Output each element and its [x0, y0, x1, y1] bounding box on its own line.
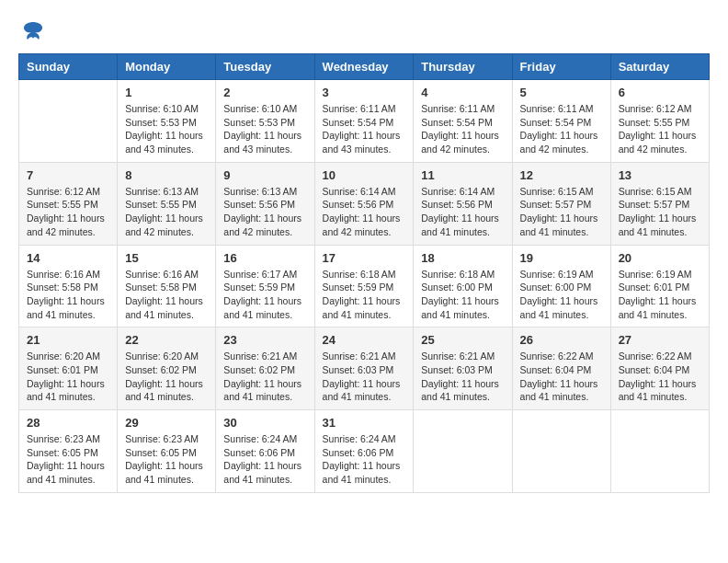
day-number: 19	[520, 251, 603, 265]
day-info: Sunrise: 6:12 AM Sunset: 5:55 PM Dayligh…	[27, 185, 109, 239]
calendar-week-row: 21Sunrise: 6:20 AM Sunset: 6:01 PM Dayli…	[19, 327, 710, 410]
calendar-cell: 19Sunrise: 6:19 AM Sunset: 6:00 PM Dayli…	[512, 245, 610, 327]
day-info: Sunrise: 6:14 AM Sunset: 5:56 PM Dayligh…	[323, 185, 406, 239]
day-info: Sunrise: 6:20 AM Sunset: 6:02 PM Dayligh…	[125, 350, 208, 404]
calendar-header-row: SundayMondayTuesdayWednesdayThursdayFrid…	[19, 54, 710, 80]
day-number: 8	[125, 168, 208, 182]
day-info: Sunrise: 6:21 AM Sunset: 6:03 PM Dayligh…	[421, 350, 504, 404]
day-info: Sunrise: 6:15 AM Sunset: 5:57 PM Dayligh…	[520, 185, 603, 239]
day-info: Sunrise: 6:11 AM Sunset: 5:54 PM Dayligh…	[421, 102, 504, 156]
calendar-cell: 8Sunrise: 6:13 AM Sunset: 5:55 PM Daylig…	[118, 162, 216, 245]
calendar-cell: 31Sunrise: 6:24 AM Sunset: 6:06 PM Dayli…	[314, 410, 414, 493]
day-info: Sunrise: 6:20 AM Sunset: 6:01 PM Dayligh…	[27, 350, 109, 404]
day-info: Sunrise: 6:12 AM Sunset: 5:55 PM Dayligh…	[619, 102, 701, 156]
day-info: Sunrise: 6:14 AM Sunset: 5:56 PM Dayligh…	[421, 185, 504, 239]
day-info: Sunrise: 6:23 AM Sunset: 6:05 PM Dayligh…	[125, 432, 208, 487]
day-info: Sunrise: 6:16 AM Sunset: 5:58 PM Dayligh…	[125, 268, 208, 322]
calendar-cell: 5Sunrise: 6:11 AM Sunset: 5:54 PM Daylig…	[512, 80, 610, 163]
calendar-cell: 3Sunrise: 6:11 AM Sunset: 5:54 PM Daylig…	[314, 80, 414, 163]
calendar-cell: 26Sunrise: 6:22 AM Sunset: 6:04 PM Dayli…	[512, 327, 610, 410]
day-number: 12	[520, 168, 603, 182]
day-number: 25	[421, 333, 504, 347]
calendar-cell: 18Sunrise: 6:18 AM Sunset: 6:00 PM Dayli…	[414, 245, 512, 327]
day-number: 17	[323, 251, 406, 265]
day-info: Sunrise: 6:23 AM Sunset: 6:05 PM Dayligh…	[27, 432, 109, 487]
day-info: Sunrise: 6:13 AM Sunset: 5:56 PM Dayligh…	[223, 185, 306, 239]
logo-bird-icon	[20, 18, 46, 50]
weekday-header-monday: Monday	[118, 54, 216, 80]
day-number: 3	[323, 86, 406, 99]
calendar-cell: 2Sunrise: 6:10 AM Sunset: 5:53 PM Daylig…	[216, 80, 314, 163]
calendar-cell: 23Sunrise: 6:21 AM Sunset: 6:02 PM Dayli…	[216, 327, 314, 410]
day-info: Sunrise: 6:21 AM Sunset: 6:02 PM Dayligh…	[223, 350, 306, 404]
day-info: Sunrise: 6:17 AM Sunset: 5:59 PM Dayligh…	[223, 268, 306, 322]
calendar-cell	[610, 410, 709, 493]
day-info: Sunrise: 6:24 AM Sunset: 6:06 PM Dayligh…	[223, 432, 306, 487]
day-number: 1	[125, 86, 208, 99]
calendar-cell: 21Sunrise: 6:20 AM Sunset: 6:01 PM Dayli…	[19, 327, 118, 410]
calendar-cell: 16Sunrise: 6:17 AM Sunset: 5:59 PM Dayli…	[216, 245, 314, 327]
day-info: Sunrise: 6:16 AM Sunset: 5:58 PM Dayligh…	[27, 268, 109, 322]
day-number: 15	[125, 251, 208, 265]
day-number: 27	[619, 333, 701, 347]
day-number: 2	[223, 86, 306, 99]
calendar-table: SundayMondayTuesdayWednesdayThursdayFrid…	[18, 53, 710, 493]
day-number: 7	[27, 168, 109, 182]
day-number: 23	[223, 333, 306, 347]
calendar-cell: 9Sunrise: 6:13 AM Sunset: 5:56 PM Daylig…	[216, 162, 314, 245]
day-info: Sunrise: 6:15 AM Sunset: 5:57 PM Dayligh…	[619, 185, 701, 239]
day-number: 26	[520, 333, 603, 347]
calendar-cell: 24Sunrise: 6:21 AM Sunset: 6:03 PM Dayli…	[314, 327, 414, 410]
day-number: 13	[619, 168, 701, 182]
calendar-cell: 12Sunrise: 6:15 AM Sunset: 5:57 PM Dayli…	[512, 162, 610, 245]
day-number: 28	[27, 416, 109, 430]
day-number: 5	[520, 86, 603, 99]
day-info: Sunrise: 6:24 AM Sunset: 6:06 PM Dayligh…	[323, 432, 406, 487]
day-number: 24	[323, 333, 406, 347]
page-header	[18, 18, 710, 44]
day-number: 29	[125, 416, 208, 430]
calendar-cell: 6Sunrise: 6:12 AM Sunset: 5:55 PM Daylig…	[610, 80, 709, 163]
day-info: Sunrise: 6:11 AM Sunset: 5:54 PM Dayligh…	[520, 102, 603, 156]
calendar-cell: 28Sunrise: 6:23 AM Sunset: 6:05 PM Dayli…	[19, 410, 118, 493]
day-info: Sunrise: 6:10 AM Sunset: 5:53 PM Dayligh…	[223, 102, 306, 156]
day-number: 20	[619, 251, 701, 265]
calendar-cell: 13Sunrise: 6:15 AM Sunset: 5:57 PM Dayli…	[610, 162, 709, 245]
calendar-cell	[512, 410, 610, 493]
calendar-week-row: 14Sunrise: 6:16 AM Sunset: 5:58 PM Dayli…	[19, 245, 710, 327]
calendar-week-row: 7Sunrise: 6:12 AM Sunset: 5:55 PM Daylig…	[19, 162, 710, 245]
calendar-week-row: 1Sunrise: 6:10 AM Sunset: 5:53 PM Daylig…	[19, 80, 710, 163]
calendar-cell: 1Sunrise: 6:10 AM Sunset: 5:53 PM Daylig…	[118, 80, 216, 163]
day-number: 6	[619, 86, 701, 99]
day-info: Sunrise: 6:19 AM Sunset: 6:01 PM Dayligh…	[619, 268, 701, 322]
calendar-cell: 30Sunrise: 6:24 AM Sunset: 6:06 PM Dayli…	[216, 410, 314, 493]
day-number: 16	[223, 251, 306, 265]
calendar-cell: 27Sunrise: 6:22 AM Sunset: 6:04 PM Dayli…	[610, 327, 709, 410]
day-number: 18	[421, 251, 504, 265]
calendar-cell: 29Sunrise: 6:23 AM Sunset: 6:05 PM Dayli…	[118, 410, 216, 493]
day-number: 21	[27, 333, 109, 347]
weekday-header-friday: Friday	[512, 54, 610, 80]
day-info: Sunrise: 6:10 AM Sunset: 5:53 PM Dayligh…	[125, 102, 208, 156]
calendar-cell: 7Sunrise: 6:12 AM Sunset: 5:55 PM Daylig…	[19, 162, 118, 245]
day-number: 14	[27, 251, 109, 265]
calendar-body: 1Sunrise: 6:10 AM Sunset: 5:53 PM Daylig…	[19, 80, 710, 493]
day-number: 11	[421, 168, 504, 182]
weekday-header-saturday: Saturday	[610, 54, 709, 80]
calendar-cell: 11Sunrise: 6:14 AM Sunset: 5:56 PM Dayli…	[414, 162, 512, 245]
day-info: Sunrise: 6:19 AM Sunset: 6:00 PM Dayligh…	[520, 268, 603, 322]
calendar-week-row: 28Sunrise: 6:23 AM Sunset: 6:05 PM Dayli…	[19, 410, 710, 493]
weekday-header-thursday: Thursday	[414, 54, 512, 80]
calendar-cell	[414, 410, 512, 493]
day-number: 9	[223, 168, 306, 182]
day-number: 30	[223, 416, 306, 430]
calendar-cell: 17Sunrise: 6:18 AM Sunset: 5:59 PM Dayli…	[314, 245, 414, 327]
logo	[18, 18, 46, 44]
weekday-header-sunday: Sunday	[19, 54, 118, 80]
weekday-header-wednesday: Wednesday	[314, 54, 414, 80]
day-info: Sunrise: 6:13 AM Sunset: 5:55 PM Dayligh…	[125, 185, 208, 239]
day-number: 22	[125, 333, 208, 347]
day-info: Sunrise: 6:22 AM Sunset: 6:04 PM Dayligh…	[619, 350, 701, 404]
calendar-cell: 4Sunrise: 6:11 AM Sunset: 5:54 PM Daylig…	[414, 80, 512, 163]
day-number: 10	[323, 168, 406, 182]
